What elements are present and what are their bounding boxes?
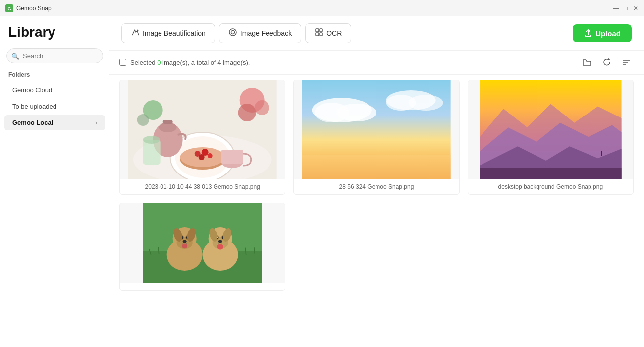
maximize-button[interactable]: □	[623, 5, 629, 11]
svg-point-20	[208, 153, 213, 158]
svg-point-3	[229, 29, 236, 36]
image-thumb-4	[120, 203, 285, 283]
title-bar-left: G Gemoo Snap	[5, 4, 52, 12]
sort-icon-button[interactable]	[620, 56, 634, 69]
tab-feedback-label: Image Feedback	[240, 29, 292, 37]
image-grid: 2023-01-10 10 44 38 013 Gemoo Snap.png	[109, 75, 644, 347]
nav-tabs: Image Beautification Image Feedback	[121, 23, 351, 43]
app-icon: G	[5, 4, 13, 12]
image-label-3: deskstop background Gemoo Snap.png	[468, 179, 633, 194]
svg-rect-8	[320, 33, 322, 36]
chevron-right-icon: ›	[95, 119, 97, 126]
folder-icon-button[interactable]	[580, 56, 594, 69]
svg-point-33	[143, 136, 160, 144]
image-card-3[interactable]: deskstop background Gemoo Snap.png	[468, 80, 634, 195]
image-card-2[interactable]: 28 56 324 Gemoo Snap.png	[293, 80, 459, 195]
tab-beautification-label: Image Beautification	[143, 29, 206, 37]
sidebar-item-gemoo-local[interactable]: Gemoo Local ›	[4, 115, 105, 130]
image-card-4[interactable]	[119, 203, 285, 291]
svg-point-4	[231, 31, 234, 34]
svg-point-30	[255, 100, 269, 115]
content-area: Image Beautification Image Feedback	[109, 16, 644, 347]
upload-button[interactable]: Upload	[573, 24, 632, 42]
svg-point-2	[137, 30, 139, 31]
svg-text:G: G	[7, 6, 11, 11]
app-title: Gemoo Snap	[16, 5, 52, 12]
select-all-checkbox[interactable]	[119, 59, 126, 66]
image-thumb-1	[120, 80, 285, 179]
status-left: Selected 0 image(s), a total of 4 image(…	[119, 59, 250, 66]
svg-rect-26	[221, 150, 243, 164]
svg-point-40	[409, 95, 443, 111]
window-controls: — □ ✕	[613, 5, 639, 11]
svg-rect-49	[143, 251, 262, 283]
svg-point-21	[199, 154, 205, 160]
upload-label: Upload	[595, 29, 621, 38]
tab-ocr-label: OCR	[326, 29, 342, 37]
main-layout: Library 🔍 Folders Gemoo Cloud To be uplo…	[0, 16, 644, 347]
refresh-icon-button[interactable]	[600, 56, 614, 69]
svg-rect-7	[316, 33, 319, 36]
svg-rect-6	[320, 29, 322, 32]
sidebar-item-label: To be uploaded	[12, 103, 56, 110]
sidebar-item-label: Gemoo Local	[12, 119, 53, 126]
sidebar: Library 🔍 Folders Gemoo Cloud To be uplo…	[0, 16, 109, 347]
folders-label: Folders	[0, 71, 109, 82]
svg-point-76	[218, 240, 222, 243]
search-icon: 🔍	[11, 52, 19, 59]
sidebar-item-gemoo-cloud[interactable]: Gemoo Cloud	[4, 82, 105, 98]
close-button[interactable]: ✕	[633, 5, 639, 11]
feedback-icon	[228, 28, 237, 39]
status-right	[580, 56, 634, 69]
image-thumb-2	[294, 80, 459, 179]
beautification-icon	[131, 28, 140, 39]
svg-rect-41	[302, 155, 451, 179]
status-text: Selected 0 image(s), a total of 4 image(…	[130, 59, 250, 66]
svg-point-63	[183, 240, 187, 243]
ocr-icon	[315, 28, 323, 39]
top-toolbar: Image Beautification Image Feedback	[109, 16, 644, 51]
svg-point-64	[182, 244, 187, 249]
total-count: 4	[217, 59, 221, 66]
image-label-2: 28 56 324 Gemoo Snap.png	[294, 179, 459, 194]
image-label-1: 2023-01-10 10 44 38 013 Gemoo Snap.png	[120, 179, 285, 194]
page-title: Library	[0, 24, 109, 48]
title-bar: G Gemoo Snap — □ ✕	[0, 0, 644, 16]
image-thumb-3	[468, 80, 633, 179]
image-card-1[interactable]: 2023-01-10 10 44 38 013 Gemoo Snap.png	[119, 80, 285, 195]
svg-point-37	[337, 104, 376, 121]
upload-icon	[584, 29, 592, 38]
svg-point-29	[238, 104, 256, 121]
svg-rect-5	[316, 29, 319, 32]
svg-point-31	[137, 114, 149, 126]
tab-ocr[interactable]: OCR	[305, 23, 351, 43]
image-label-4	[120, 283, 285, 290]
status-bar: Selected 0 image(s), a total of 4 image(…	[109, 51, 644, 75]
sidebar-item-label: Gemoo Cloud	[12, 86, 52, 94]
search-input[interactable]	[6, 48, 103, 63]
svg-rect-46	[480, 168, 621, 179]
selected-count: 0	[157, 59, 161, 66]
sidebar-item-to-be-uploaded[interactable]: To be uploaded	[4, 99, 105, 114]
svg-rect-24	[163, 120, 173, 124]
minimize-button[interactable]: —	[613, 5, 619, 11]
tab-feedback[interactable]: Image Feedback	[219, 23, 301, 43]
svg-point-77	[217, 244, 223, 249]
search-box: 🔍	[6, 48, 103, 63]
tab-beautification[interactable]: Image Beautification	[121, 23, 215, 43]
